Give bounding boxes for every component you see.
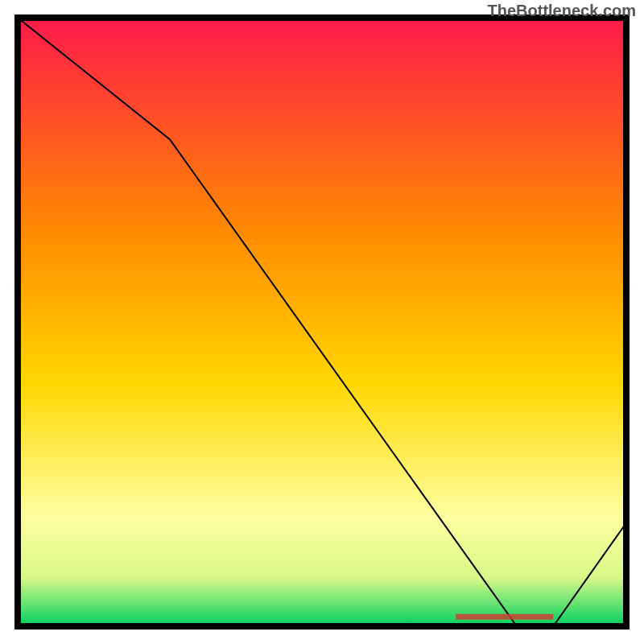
chart-svg [0,0,644,644]
plot-background [18,18,626,626]
chart-container: TheBottleneck.com [0,0,644,644]
valley-annotation [456,614,553,620]
watermark-text: TheBottleneck.com [488,2,636,20]
